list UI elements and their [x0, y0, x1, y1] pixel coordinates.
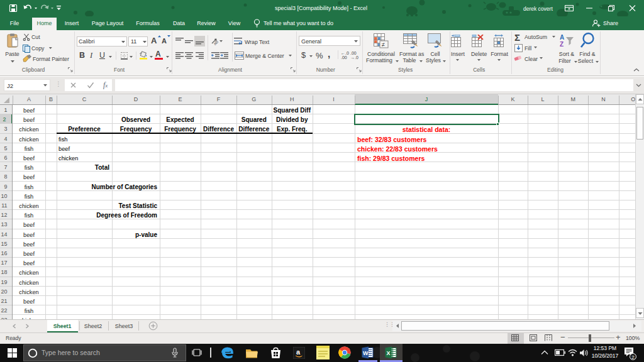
- svg-text:W: W: [363, 350, 369, 356]
- svg-text:a: a: [296, 348, 301, 356]
- svg-text:ab: ab: [213, 39, 219, 45]
- svg-text:→.0: →.0: [350, 55, 358, 59]
- svg-text:.00: .00: [350, 51, 357, 55]
- svg-text:A: A: [560, 34, 564, 41]
- svg-text:←.0: ←.0: [341, 51, 349, 55]
- svg-text:.00: .00: [341, 55, 347, 59]
- svg-text:Z: Z: [560, 41, 564, 48]
- svg-text:≠: ≠: [382, 41, 385, 48]
- svg-text:X: X: [387, 350, 391, 356]
